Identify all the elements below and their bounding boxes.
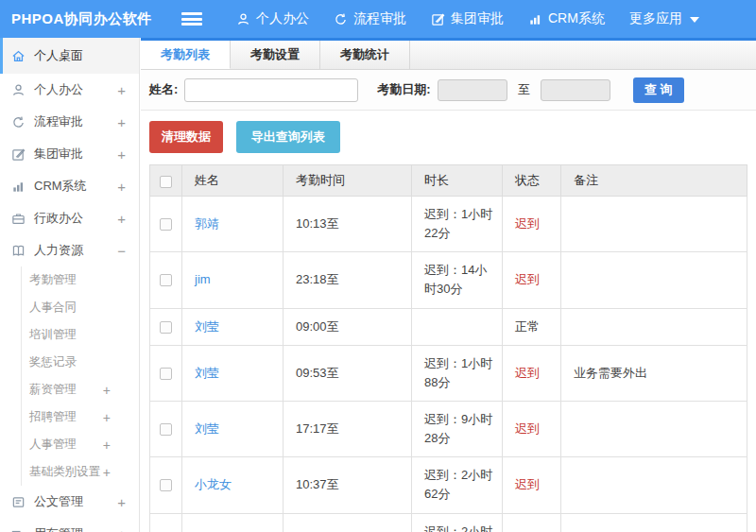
select-all-checkbox[interactable]: [160, 176, 172, 188]
expand-icon[interactable]: +: [117, 82, 126, 98]
sidebar-subitem[interactable]: 基础类别设置+: [22, 458, 139, 486]
nav-item-label: CRM系统: [548, 10, 605, 27]
date-to-input[interactable]: [541, 79, 610, 101]
search-button[interactable]: 查 询: [633, 77, 684, 103]
sidebar-item[interactable]: 个人办公+: [0, 74, 139, 106]
status-badge: 正常: [515, 319, 540, 334]
table-row: 刘莹09:00至正常: [150, 308, 747, 345]
employee-name-cell: 郭靖: [182, 197, 284, 252]
sidebar-subitem[interactable]: 薪资管理+: [22, 376, 139, 403]
table-row: 郭靖10:13至迟到：1小时22分迟到: [150, 197, 747, 252]
sidebar-subitem[interactable]: 奖惩记录: [22, 349, 139, 376]
tab-考勤统计[interactable]: 考勤统计: [320, 41, 410, 69]
duration-cell: 迟到：2小时90分早退：7小时10分: [412, 513, 503, 532]
nav-item-label: 更多应用: [629, 10, 682, 27]
employee-name-cell: 刘莹: [182, 345, 284, 401]
employee-name-link[interactable]: 小龙女: [195, 477, 232, 491]
book-icon: [11, 244, 26, 258]
sidebar-item[interactable]: 集团审批+: [0, 138, 139, 170]
date-from-input[interactable]: [438, 79, 507, 101]
select-all-header-cell: [150, 165, 182, 197]
truck-icon: [11, 527, 26, 532]
employee-name-link[interactable]: 刘莹: [195, 366, 219, 380]
sidebar-item[interactable]: 人力资源−: [0, 234, 139, 266]
date-filter-label: 考勤日期:: [377, 81, 430, 98]
row-checkbox-cell: [150, 513, 182, 532]
duration-cell: 迟到：9小时28分: [412, 401, 503, 456]
employee-name-link[interactable]: jim: [195, 272, 211, 286]
employee-name-link[interactable]: 刘莹: [195, 319, 219, 334]
attendance-time-cell: 09:53至: [284, 345, 412, 401]
expand-icon[interactable]: +: [117, 494, 126, 510]
expand-icon[interactable]: +: [103, 465, 111, 480]
sidebar-item-label: 用车管理: [34, 525, 83, 532]
user-icon: [236, 12, 250, 26]
status-badge: 迟到: [515, 421, 540, 436]
sidebar-item-label: 公文管理: [34, 493, 83, 510]
sidebar-item[interactable]: 个人桌面: [0, 38, 139, 74]
sidebar-subitem-label: 薪资管理: [29, 382, 77, 398]
expand-icon[interactable]: +: [117, 211, 126, 227]
remark-cell: 1111: [561, 513, 747, 532]
row-checkbox[interactable]: [160, 479, 172, 491]
attendance-table: 姓名考勤时间时长状态备注 郭靖10:13至迟到：1小时22分迟到jim23:18…: [149, 164, 747, 532]
sidebar-subitem[interactable]: 招聘管理+: [22, 403, 139, 431]
sidebar-item-label: 流程审批: [34, 113, 83, 130]
filter-bar: 姓名: 考勤日期: 至 查 询: [141, 70, 756, 111]
export-list-button[interactable]: 导出查询列表: [236, 121, 340, 153]
nav-item-3[interactable]: 集团审批: [431, 10, 504, 27]
tab-考勤设置[interactable]: 考勤设置: [231, 41, 320, 69]
collapse-icon[interactable]: −: [117, 243, 126, 259]
nav-item-5[interactable]: 更多应用: [629, 10, 699, 27]
employee-name-link[interactable]: 刘莹: [195, 421, 219, 436]
row-checkbox[interactable]: [160, 423, 172, 436]
expand-icon[interactable]: +: [117, 146, 126, 163]
remark-cell: 业务需要外出: [561, 345, 747, 401]
sidebar-item[interactable]: 行政办公+: [0, 202, 139, 234]
expand-icon[interactable]: +: [117, 179, 126, 195]
sidebar-item[interactable]: 公文管理+: [0, 486, 139, 518]
nav-item-1[interactable]: 个人办公: [236, 10, 309, 27]
column-header: 姓名: [182, 165, 284, 197]
expand-icon[interactable]: +: [117, 526, 126, 532]
row-checkbox[interactable]: [160, 321, 172, 334]
table-row: 小龙女10:37至迟到：2小时62分迟到: [150, 457, 747, 513]
column-header: 备注: [561, 165, 747, 197]
attendance-time-cell: 10:13至: [284, 197, 412, 252]
sidebar-item[interactable]: 流程审批+: [0, 106, 139, 138]
row-checkbox-cell: [150, 401, 182, 456]
name-filter-input[interactable]: [184, 78, 358, 102]
expand-icon[interactable]: +: [117, 114, 126, 130]
employee-name-link[interactable]: 郭靖: [195, 216, 219, 231]
duration-cell: 迟到：14小时30分: [412, 252, 503, 308]
expand-icon[interactable]: +: [103, 383, 111, 398]
expand-icon[interactable]: +: [103, 438, 111, 453]
nav-item-2[interactable]: 流程审批: [334, 10, 406, 27]
sidebar-item-label: 人力资源: [34, 242, 83, 259]
sidebar-item-label: 行政办公: [34, 210, 83, 227]
status-cell: 正常: [503, 308, 561, 345]
row-checkbox[interactable]: [160, 274, 172, 286]
expand-icon[interactable]: +: [103, 410, 111, 425]
remark-cell: [561, 401, 747, 456]
sidebar-subitem[interactable]: 考勤管理: [22, 266, 139, 294]
sidebar-subitem[interactable]: 培训管理: [22, 321, 139, 349]
main-content: 考勤列表考勤设置考勤统计 姓名: 考勤日期: 至 查 询 清理数据 导出查询列表…: [141, 38, 756, 532]
attendance-time-cell: 17:17至: [284, 401, 412, 456]
row-checkbox[interactable]: [160, 218, 172, 231]
status-badge: 迟到: [515, 216, 540, 231]
cycle-icon: [11, 115, 26, 129]
menu-toggle-icon[interactable]: [181, 12, 202, 26]
sidebar-item[interactable]: 用车管理+: [0, 518, 139, 532]
nav-item-4[interactable]: CRM系统: [528, 10, 605, 27]
tab-考勤列表[interactable]: 考勤列表: [141, 41, 231, 69]
duration-cell: 迟到：1小时22分: [412, 197, 503, 252]
sidebar-subitem[interactable]: 人事合同: [22, 294, 139, 321]
table-row: 刘莹17:17至迟到：9小时28分迟到: [150, 401, 747, 456]
sidebar-subitem[interactable]: 人事管理+: [22, 431, 139, 458]
clean-data-button[interactable]: 清理数据: [149, 121, 223, 153]
status-cell: 迟到: [503, 401, 561, 456]
chart-icon: [528, 12, 542, 26]
sidebar-item[interactable]: CRM系统+: [0, 170, 139, 202]
row-checkbox[interactable]: [160, 368, 172, 380]
